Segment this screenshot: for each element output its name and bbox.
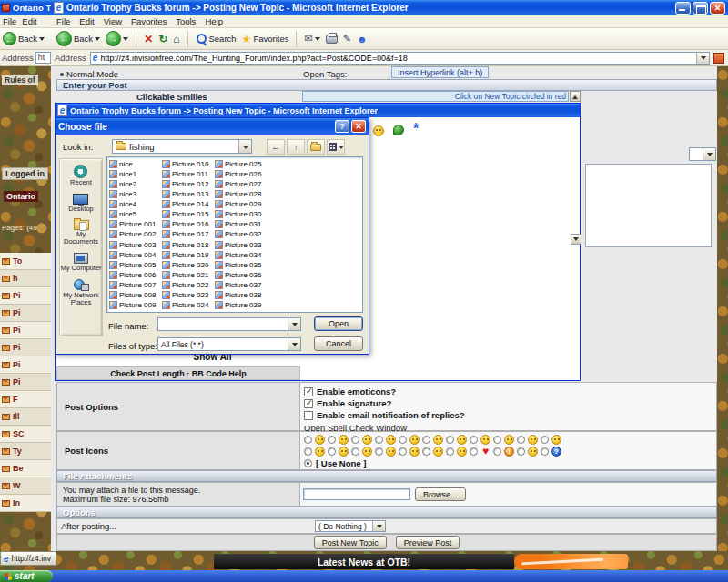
topic-row[interactable]: W [0,477,53,495]
post-icon-radio[interactable] [351,436,359,444]
post-icon-radio[interactable] [399,436,407,444]
file-item[interactable]: Picture 002 [109,229,162,239]
file-item[interactable]: Picture 006 [109,270,162,280]
topic-row[interactable]: Ty [0,443,53,460]
address-input[interactable]: ht [35,52,51,64]
post-icon-radio[interactable] [470,436,478,444]
post-icon-radio[interactable] [399,447,407,456]
topic-row[interactable]: Pi [0,305,53,322]
file-item[interactable]: Picture 029 [215,199,268,209]
file-item[interactable]: Picture 001 [109,219,162,229]
file-item[interactable]: nice2 [109,179,162,189]
topic-row[interactable]: Be [0,460,53,477]
menu-view[interactable]: View [104,16,122,26]
file-item[interactable]: Picture 022 [162,280,215,290]
file-item[interactable]: Picture 030 [215,209,268,219]
use-none-radio[interactable] [304,459,312,467]
scroll-up-button[interactable] [570,91,581,102]
topic-row[interactable]: F [0,391,53,408]
topic-row[interactable]: Pi [0,322,53,339]
maximize-button[interactable] [693,2,708,15]
post-icon-radio[interactable] [375,436,383,444]
file-item[interactable]: Picture 009 [109,300,162,310]
start-button[interactable]: start [0,570,53,582]
place-my-network[interactable]: My Network Places [60,279,102,306]
post-new-topic-button[interactable]: Post New Topic [314,536,387,549]
menu-edit[interactable]: Edit [79,16,94,26]
file-item[interactable]: Picture 033 [215,240,268,250]
file-item[interactable]: Picture 021 [162,270,215,280]
stop-button[interactable] [144,33,153,45]
post-icon-radio[interactable] [422,436,430,444]
close-button[interactable] [710,2,725,15]
topic-row[interactable]: h [0,270,53,287]
files-of-type-select[interactable]: All Files (*.*) [157,337,301,351]
help-button[interactable]: ? [335,120,349,133]
file-item[interactable]: Picture 008 [109,290,162,300]
menu-favorites[interactable]: Favorites [131,16,167,26]
smiley-emoticon-icon[interactable] [373,125,384,136]
post-icon-radio[interactable] [304,436,312,444]
post-icon-radio[interactable] [517,436,525,444]
enable-email-checkbox[interactable] [304,411,313,420]
asterisk-emoticon-icon[interactable] [413,121,419,137]
new-folder-button[interactable] [307,139,325,155]
place-desktop[interactable]: Desktop [68,194,94,213]
file-item[interactable]: Picture 019 [162,250,215,260]
file-item[interactable]: Picture 025 [215,159,268,169]
file-item[interactable]: Picture 014 [162,199,215,209]
taskbar-window-button[interactable]: http://z4.inv [0,551,56,566]
browse-button[interactable]: Browse... [415,487,466,501]
forward-button[interactable] [106,31,128,46]
messenger-button[interactable] [357,34,368,45]
topic-row[interactable]: To [0,253,53,270]
file-item[interactable]: Picture 010 [162,159,215,169]
dialog-close-button[interactable]: ✕ [351,120,366,133]
back-button[interactable]: Back [3,32,45,45]
file-item[interactable]: nice3 [109,189,162,199]
mail-button[interactable] [304,33,319,45]
post-icon-radio[interactable] [375,447,383,456]
print-button[interactable] [326,35,338,44]
preview-post-button[interactable]: Preview Post [396,536,460,549]
post-icon-radio[interactable] [304,447,312,456]
refresh-button[interactable] [158,33,167,45]
file-item[interactable]: nice1 [109,169,162,179]
menu-tools[interactable]: Tools [176,16,196,26]
file-item[interactable]: Picture 017 [162,229,215,239]
file-item[interactable]: Picture 037 [215,280,268,290]
back-button[interactable]: Back [56,31,100,46]
topic-row[interactable]: Pi [0,287,53,305]
file-item[interactable]: Picture 005 [109,260,162,270]
file-item[interactable]: Picture 007 [109,280,162,290]
enable-emoticons-checkbox[interactable] [304,387,313,396]
post-icon-radio[interactable] [446,436,454,444]
topic-row[interactable]: Pi [0,374,53,391]
file-item[interactable]: Picture 035 [215,260,268,270]
go-button[interactable] [713,53,724,64]
look-in-select[interactable]: fishing [112,139,252,154]
file-name-input[interactable] [157,317,301,331]
file-item[interactable]: Picture 036 [215,270,268,280]
open-button[interactable]: Open [314,316,363,331]
menu-file[interactable]: File [56,16,70,26]
check-post-length-link[interactable]: Check Post Length · BB Code Help [56,366,300,380]
file-item[interactable]: Picture 011 [162,169,215,179]
back-folder-button[interactable] [267,139,285,155]
file-item[interactable]: Picture 026 [215,169,268,179]
place-recent[interactable]: Recent [70,165,92,186]
post-icon-radio[interactable] [470,447,478,456]
file-item[interactable]: nice4 [109,199,162,209]
enable-signature-checkbox[interactable] [304,399,313,408]
file-item[interactable]: Picture 031 [215,219,268,229]
file-item[interactable]: Picture 028 [215,189,268,199]
post-icon-radio[interactable] [422,447,430,456]
topic-row[interactable]: Pi [0,356,53,374]
menu-edit[interactable]: Edit [22,16,36,26]
file-item[interactable]: Picture 004 [109,250,162,260]
edit-button[interactable] [343,33,351,45]
file-item[interactable]: Picture 024 [162,300,215,310]
address-dropdown[interactable] [696,53,709,64]
file-item[interactable]: Picture 012 [162,179,215,189]
cancel-button[interactable]: Cancel [314,336,363,351]
